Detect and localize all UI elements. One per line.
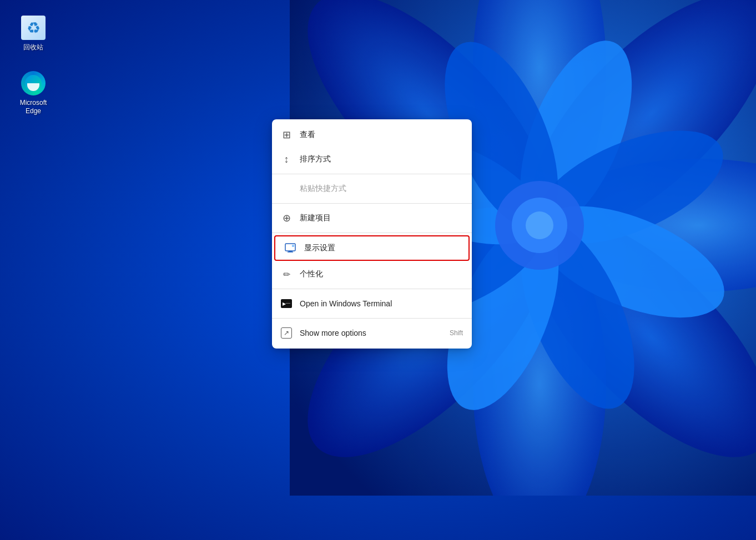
microsoft-edge-icon[interactable]: Microsoft Edge bbox=[11, 67, 56, 119]
sort-icon bbox=[281, 154, 292, 165]
menu-item-display-settings[interactable]: 显示设置 bbox=[274, 235, 470, 261]
recycle-bin-label: 回收站 bbox=[23, 43, 43, 52]
context-menu: 查看 排序方式 粘贴快捷方式 新建项目 显示设置 个性化 bbox=[272, 119, 472, 349]
menu-item-more-options[interactable]: Show more options Shift bbox=[272, 321, 472, 345]
svg-point-19 bbox=[526, 211, 553, 239]
personalize-icon bbox=[281, 269, 292, 280]
menu-label-new: 新建项目 bbox=[300, 213, 463, 223]
menu-item-open-terminal[interactable]: Open in Windows Terminal bbox=[272, 291, 472, 316]
edge-image bbox=[20, 70, 47, 97]
display-icon bbox=[284, 242, 296, 254]
menu-item-new[interactable]: 新建项目 bbox=[272, 206, 472, 230]
divider-2 bbox=[272, 203, 472, 204]
menu-item-view[interactable]: 查看 bbox=[272, 123, 472, 147]
edge-label: Microsoft Edge bbox=[20, 99, 47, 116]
recycle-bin-graphic bbox=[21, 16, 46, 40]
menu-label-more-options: Show more options bbox=[300, 329, 442, 337]
divider-4 bbox=[272, 289, 472, 289]
terminal-icon bbox=[281, 298, 292, 309]
svg-rect-20 bbox=[285, 244, 295, 251]
menu-item-sort[interactable]: 排序方式 bbox=[272, 147, 472, 171]
desktop-icons-container: 回收站 Microsoft Edge bbox=[11, 11, 56, 119]
menu-label-display-settings: 显示设置 bbox=[304, 243, 460, 253]
menu-item-personalize[interactable]: 个性化 bbox=[272, 262, 472, 286]
divider-1 bbox=[272, 174, 472, 174]
menu-label-open-terminal: Open in Windows Terminal bbox=[300, 299, 463, 308]
menu-label-paste-shortcut: 粘贴快捷方式 bbox=[300, 184, 463, 194]
paste-shortcut-icon bbox=[281, 183, 292, 194]
menu-label-view: 查看 bbox=[300, 130, 463, 140]
grid-icon bbox=[281, 129, 292, 140]
menu-label-personalize: 个性化 bbox=[300, 269, 463, 279]
menu-shortcut-more-options: Shift bbox=[450, 329, 463, 337]
edge-graphic bbox=[21, 71, 46, 95]
recycle-bin-icon[interactable]: 回收站 bbox=[11, 11, 56, 55]
menu-label-sort: 排序方式 bbox=[300, 154, 463, 164]
divider-3 bbox=[272, 233, 472, 233]
more-options-icon bbox=[281, 327, 292, 339]
menu-item-paste-shortcut: 粘贴快捷方式 bbox=[272, 176, 472, 201]
divider-5 bbox=[272, 318, 472, 319]
new-icon bbox=[281, 213, 292, 224]
recycle-bin-image bbox=[20, 14, 47, 41]
svg-point-24 bbox=[293, 245, 294, 246]
